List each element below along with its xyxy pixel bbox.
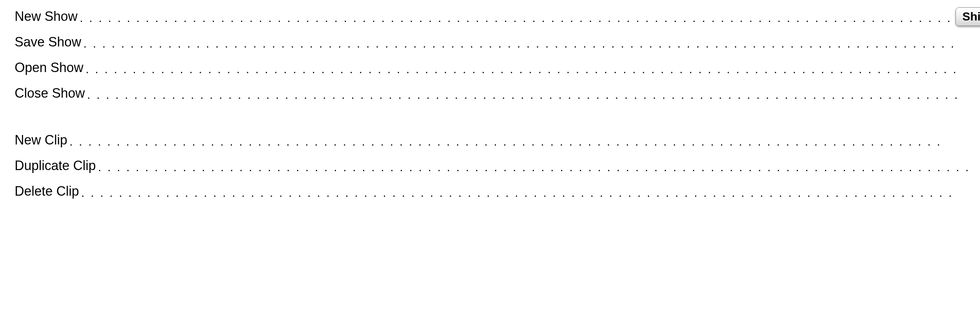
shortcut-label: New Clip	[14, 132, 67, 148]
leader-dots	[80, 8, 952, 25]
shortcut-group: New ClipCommandNDuplicate ClipCommandDDe…	[14, 127, 980, 204]
shortcut-row: Save ShowCommandS	[14, 29, 980, 55]
shortcut-row: Delete ClipCommandDelete	[14, 179, 980, 204]
shortcut-row: New ShowShift+CommandN	[14, 4, 980, 29]
leader-dots	[83, 34, 980, 51]
keycap: Shift	[956, 7, 980, 26]
shortcut-label: Delete Clip	[14, 184, 79, 199]
shortcut-row: Open ShowCommandO	[14, 55, 980, 80]
shortcut-label: Duplicate Clip	[14, 158, 96, 173]
leader-dots	[70, 132, 980, 148]
shortcut-sheet: New ShowShift+CommandNSave ShowCommandSO…	[0, 0, 980, 316]
leader-dots	[87, 85, 980, 102]
shortcut-label: Close Show	[14, 86, 85, 101]
shortcut-row: Close ShowCommandW	[14, 80, 980, 106]
shortcut-row: New ClipCommandN	[14, 127, 980, 153]
shortcut-row: Duplicate ClipCommandD	[14, 153, 980, 179]
shortcut-label: Save Show	[14, 34, 81, 50]
shortcut-keys: Shift+CommandN	[954, 7, 980, 26]
leader-dots	[98, 158, 980, 174]
shortcut-label: Open Show	[14, 60, 83, 75]
shortcut-group: New ShowShift+CommandNSave ShowCommandSO…	[14, 4, 980, 106]
shortcut-label: New Show	[14, 9, 78, 24]
leader-dots	[86, 60, 980, 76]
leader-dots	[81, 183, 980, 200]
shortcut-column: New ShowShift+CommandNSave ShowCommandSO…	[14, 4, 980, 312]
